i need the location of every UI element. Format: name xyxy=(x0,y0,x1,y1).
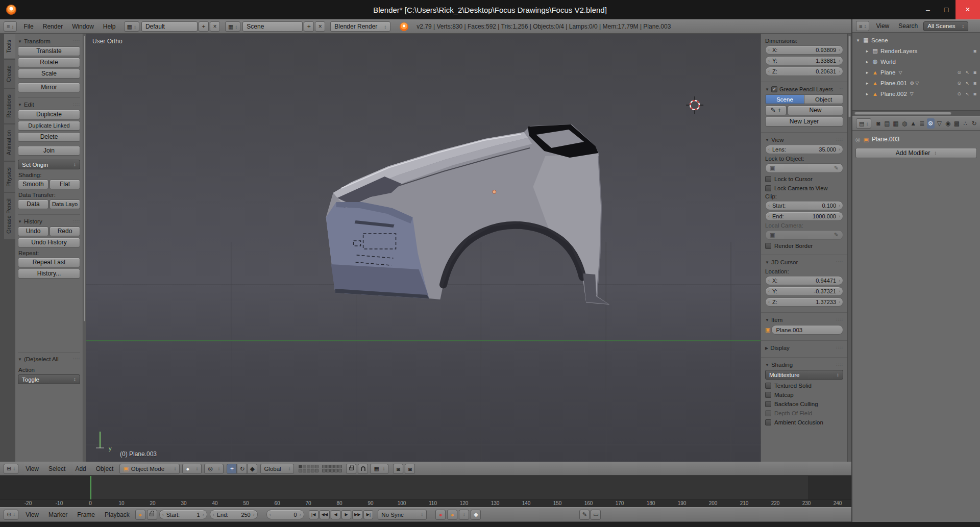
panel-header-grease-pencil[interactable]: ▼✓Grease Pencil Layers∷ xyxy=(765,84,843,94)
jump-start-button[interactable]: |◀ xyxy=(309,510,318,519)
layer-toggle[interactable] xyxy=(311,469,314,472)
checkbox-icon[interactable] xyxy=(765,185,771,191)
outliner-row[interactable]: ▸▲Plane.002▽⊙ ↖ ◙ xyxy=(852,88,980,99)
play-reverse-button[interactable]: ◀ xyxy=(331,510,340,519)
manipulator-translate-button[interactable]: + xyxy=(227,464,237,474)
gp-new-button[interactable]: New xyxy=(788,106,843,115)
title-bar[interactable]: Blender* [C:\Users\Rick_2\Desktop\Focus … xyxy=(0,0,980,19)
current-frame-indicator[interactable] xyxy=(90,476,91,499)
pin-icon[interactable]: ◎ xyxy=(855,136,861,143)
viewport-3d[interactable]: y User Ortho (0) Plane.003 xyxy=(86,34,761,462)
cursor-x-field[interactable]: ‹X:0.94471› xyxy=(765,276,843,285)
opengl-render-icon[interactable]: ◙ xyxy=(393,464,403,474)
decrement-icon[interactable]: ‹ xyxy=(162,512,164,517)
render-border-row[interactable]: Render Border xyxy=(765,241,843,250)
outliner-row[interactable]: ▸▲Plane▽⊙ ↖ ◙ xyxy=(852,67,980,78)
decrement-icon[interactable]: ‹ xyxy=(768,214,770,219)
panel-header-view[interactable]: ▼View∷∷ xyxy=(765,135,843,145)
decrement-icon[interactable]: ‹ xyxy=(768,289,770,294)
screen-layout-field[interactable]: Default xyxy=(141,21,198,32)
sync-mode-select[interactable]: No Sync↕ xyxy=(378,510,427,520)
increment-icon[interactable]: › xyxy=(839,299,840,305)
panel-header-history[interactable]: ▼History∷∷ xyxy=(18,216,80,227)
viewport-menu-select[interactable]: Select xyxy=(44,462,70,475)
collapse-icon[interactable]: ▾ xyxy=(855,38,861,43)
mode-select[interactable]: ▣Object Mode↕ xyxy=(119,464,180,474)
increment-icon[interactable]: › xyxy=(203,512,204,517)
timeline-menu-marker[interactable]: Marker xyxy=(44,508,72,521)
scrollbar-thumb[interactable] xyxy=(84,36,85,321)
lock-time-icon[interactable] xyxy=(147,510,157,520)
panel-header-deselect-all[interactable]: ▼(De)select All∷∷ xyxy=(18,354,80,364)
car-fender-mesh[interactable] xyxy=(326,124,610,305)
scrollbar-thumb[interactable] xyxy=(848,36,851,117)
npanel-scrollbar[interactable] xyxy=(847,34,851,462)
increment-icon[interactable]: › xyxy=(300,512,301,517)
scrollbar-thumb[interactable] xyxy=(854,112,951,115)
prev-keyframe-button[interactable]: ◀◀ xyxy=(320,510,330,519)
orientation-select[interactable]: Global↕ xyxy=(260,464,294,474)
layer-toggle[interactable] xyxy=(307,465,310,468)
set-origin-select[interactable]: Set Origin↕ xyxy=(18,160,80,169)
add-scene-button[interactable]: + xyxy=(304,21,314,32)
properties-tab-material[interactable]: ◉ xyxy=(944,118,952,129)
mirror-button[interactable]: Mirror xyxy=(18,83,80,92)
play-button[interactable]: ▶ xyxy=(341,510,351,519)
increment-icon[interactable]: › xyxy=(253,512,255,517)
add-modifier-button[interactable]: Add Modifier↕ xyxy=(855,148,977,158)
render-engine-select[interactable]: Blender Render↕ xyxy=(330,21,390,32)
outliner-row[interactable]: ▾▦Scene xyxy=(852,35,980,45)
shade-smooth-button[interactable]: Smooth xyxy=(18,180,48,189)
timeline-strip[interactable] xyxy=(0,475,851,499)
panel-header-transform[interactable]: ▼Transform∷∷ xyxy=(18,36,80,46)
undo-history-button[interactable]: Undo History xyxy=(18,238,80,247)
outliner-restrict-icons[interactable]: ⊙ ↖ ◙ xyxy=(957,70,978,75)
snap-magnet-icon[interactable] xyxy=(358,464,368,474)
rotate-button[interactable]: Rotate xyxy=(18,58,80,67)
timeline-menu-view[interactable]: View xyxy=(21,508,43,521)
properties-tab-render[interactable]: ◙ xyxy=(874,118,882,129)
shelf-tab-relations[interactable]: Relations xyxy=(4,89,15,123)
gp-new-layer-button[interactable]: New Layer xyxy=(765,117,843,127)
layer-toggle[interactable] xyxy=(330,465,334,468)
outliner-restrict-icons[interactable]: ⊙ ↖ ◙ xyxy=(957,91,978,96)
item-name-field[interactable]: Plane.003 xyxy=(771,325,843,335)
shade-flat-button[interactable]: Flat xyxy=(50,180,80,189)
textured-solid-row[interactable]: Textured Solid xyxy=(765,381,843,390)
increment-icon[interactable]: › xyxy=(839,278,840,283)
lock-icon[interactable] xyxy=(346,464,356,474)
increment-icon[interactable]: › xyxy=(839,47,840,53)
jump-end-button[interactable]: ▶| xyxy=(363,510,373,519)
history-more-button[interactable]: History... xyxy=(18,269,80,279)
outliner-row[interactable]: ▸◍World xyxy=(852,56,980,67)
properties-tab-object[interactable]: ▲ xyxy=(910,118,917,129)
data-layout-button[interactable]: Data Layo xyxy=(50,199,80,209)
insert-keyframe-icon[interactable]: ◆ xyxy=(471,510,481,520)
expand-icon[interactable]: ▸ xyxy=(865,48,870,54)
decrement-icon[interactable]: ‹ xyxy=(768,299,770,305)
panel-header-item[interactable]: ▼Item∷∷ xyxy=(765,315,843,325)
checkbox-icon[interactable] xyxy=(765,243,771,249)
matcap-row[interactable]: Matcap xyxy=(765,390,843,399)
properties-tab-render-layers[interactable]: ▤ xyxy=(883,118,891,129)
auto-keyframe-record-icon[interactable]: ● xyxy=(435,510,446,520)
opengl-render-anim-icon[interactable]: ◙ xyxy=(405,464,415,474)
timeline-option-icon[interactable]: ● xyxy=(135,510,145,520)
decrement-icon[interactable]: ‹ xyxy=(768,69,770,74)
layer-toggle[interactable] xyxy=(299,469,302,472)
pivot-select[interactable]: ◎↕ xyxy=(204,464,224,474)
shelf-tab-animation[interactable]: Animation xyxy=(4,124,15,161)
info-editor-type-icon[interactable]: ≡↕ xyxy=(4,21,17,32)
layer-toggle[interactable] xyxy=(299,465,302,468)
lock-to-cursor-row[interactable]: Lock to Cursor xyxy=(765,174,843,183)
decrement-icon[interactable]: ‹ xyxy=(768,203,770,208)
timeline-menu-frame[interactable]: Frame xyxy=(72,508,100,521)
manipulator-rotate-button[interactable]: ↻ xyxy=(237,464,247,474)
checkbox-icon[interactable] xyxy=(765,410,771,416)
increment-icon[interactable]: › xyxy=(839,203,840,208)
grease-pencil-checkbox[interactable]: ✓ xyxy=(771,86,777,92)
layer-toggle[interactable] xyxy=(307,469,310,472)
layer-toggle[interactable] xyxy=(326,469,330,472)
shelf-tab-create[interactable]: Create xyxy=(4,60,15,88)
minimize-button[interactable]: – xyxy=(919,0,937,19)
